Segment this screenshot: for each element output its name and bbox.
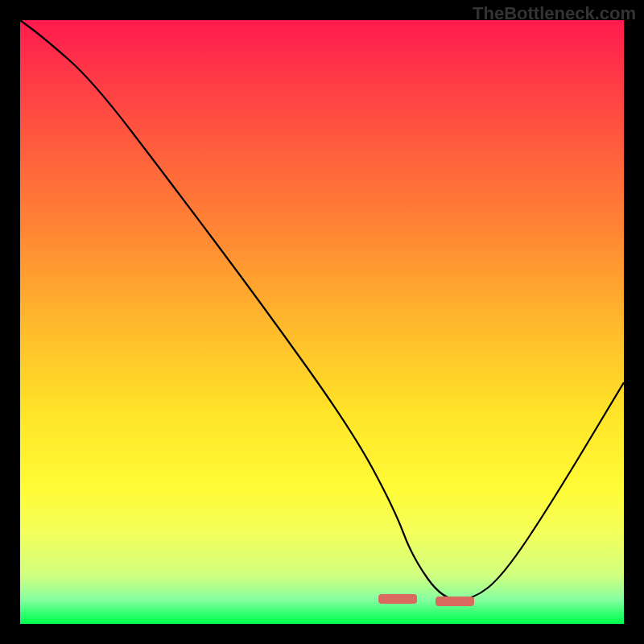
chart-curve-svg <box>20 20 624 624</box>
chart-plot-area <box>20 20 624 624</box>
curve-marker-right <box>436 597 474 606</box>
curve-marker-left <box>378 594 417 604</box>
watermark-text: TheBottleneck.com <box>473 3 636 24</box>
bottleneck-curve-line <box>20 20 624 600</box>
